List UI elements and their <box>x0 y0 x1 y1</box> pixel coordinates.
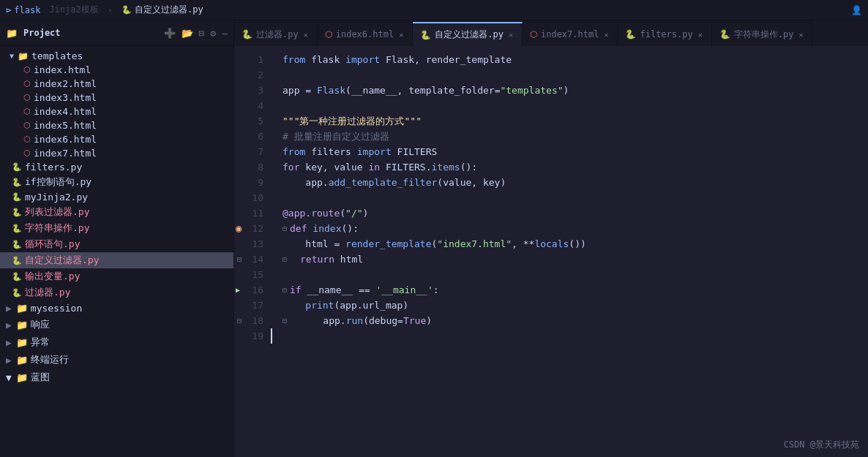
folder-exception[interactable]: ▶ 📁 异常 <box>0 333 233 351</box>
html-icon-5: ⬡ <box>23 121 31 130</box>
code-line-5: """第一种注册过滤器的方式""" <box>271 113 868 129</box>
fold-marker-12: ⊟ <box>283 221 287 236</box>
tab-close-index7[interactable]: ✕ <box>602 30 610 39</box>
arrow-blueprint: ▼ <box>6 372 12 383</box>
code-editor[interactable]: 1 2 3 4 5 6 7 8 9 10 11 ◉ 12 13 ⊟ 14 <box>234 46 868 457</box>
code-line-7: from filters import FILTERS <box>271 144 868 159</box>
tab-close-string[interactable]: ✕ <box>797 30 804 39</box>
arrow-mysession: ▶ <box>6 303 12 314</box>
line-num-2: 2 <box>234 67 271 83</box>
file-index3-html[interactable]: ⬡ index3.html <box>0 91 233 105</box>
line-num-5: 5 <box>234 113 271 129</box>
line-num-4: 4 <box>234 98 271 113</box>
tab-label-filters: filters.py <box>640 29 692 39</box>
tab-icon-custom: 🐍 <box>420 30 431 40</box>
file-filters-py[interactable]: 🐍 filters.py <box>0 160 233 174</box>
line-num-6: 6 <box>234 129 271 144</box>
titlebar-sep1: Jinja2模板 <box>49 4 98 16</box>
line-numbers: 1 2 3 4 5 6 7 8 9 10 11 ◉ 12 13 ⊟ 14 <box>234 46 271 457</box>
line-num-3: 3 <box>234 83 271 98</box>
tab-custom-filter[interactable]: 🐍 自定义过滤器.py ✕ <box>413 22 523 46</box>
arrow-terminal: ▶ <box>6 355 12 366</box>
file-myjinja2-py[interactable]: 🐍 myJinja2.py <box>0 190 233 204</box>
titlebar-brand: ⊳ ⊳flask flask <box>6 5 40 15</box>
settings-icon[interactable]: ⚙ <box>210 28 216 39</box>
file-index2-html[interactable]: ⬡ index2.html <box>0 77 233 91</box>
tab-label-string: 字符串操作.py <box>734 29 794 41</box>
code-line-17: print (app.url_map) <box>271 298 868 313</box>
folder-icon-blueprint: 📁 <box>16 372 28 383</box>
sidebar-header-label: Project <box>23 28 61 38</box>
sidebar: 📁 Project ➕ 📂 ⊟ ⚙ — ▼ 📁 templates ⬡ inde… <box>0 20 234 457</box>
file-custom-filter-py[interactable]: 🐍 自定义过滤器.py <box>0 252 233 268</box>
file-loop-py[interactable]: 🐍 循环语句.py <box>0 236 233 252</box>
line-num-10: 10 <box>234 190 271 205</box>
tab-index6[interactable]: ⬡ index6.html ✕ <box>318 22 414 46</box>
folder-icon-mysession: 📁 <box>16 303 28 314</box>
folder-icon-response: 📁 <box>16 320 28 331</box>
code-content: from flask import Flask, render_template… <box>271 46 868 457</box>
file-index6-html[interactable]: ⬡ index6.html <box>0 132 233 146</box>
folder-mysession[interactable]: ▶ 📁 mysession <box>0 301 233 316</box>
user-icon: 👤 <box>851 5 862 15</box>
editor-area: 🐍 过滤器.py ✕ ⬡ index6.html ✕ 🐍 自定义过滤器.py ✕… <box>234 20 868 457</box>
file-list-filter-py[interactable]: 🐍 列表过滤器.py <box>0 204 233 220</box>
line-num-18: ⊟ 18 <box>234 313 271 328</box>
folder-blueprint[interactable]: ▼ 📁 蓝图 <box>0 369 233 386</box>
tab-icon-index6: ⬡ <box>325 29 332 39</box>
line-num-14: ⊟ 14 <box>234 252 271 267</box>
main-area: 📁 Project ➕ 📂 ⊟ ⚙ — ▼ 📁 templates ⬡ inde… <box>0 20 868 457</box>
html-icon-6: ⬡ <box>23 135 31 144</box>
py-icon-output: 🐍 <box>12 272 22 282</box>
tab-icon-filters: 🐍 <box>625 29 636 39</box>
line-num-16: ▶ 16 <box>234 282 271 298</box>
tab-icon-string: 🐍 <box>719 29 730 39</box>
tab-icon-index7: ⬡ <box>530 29 537 39</box>
code-line-2 <box>271 67 868 83</box>
file-string-op-py[interactable]: 🐍 字符串操作.py <box>0 220 233 236</box>
file-index7-html[interactable]: ⬡ index7.html <box>0 146 233 160</box>
file-index4-html[interactable]: ⬡ index4.html <box>0 105 233 118</box>
line-num-15: 15 <box>234 267 271 282</box>
tab-close-filters[interactable]: ✕ <box>697 30 704 39</box>
tab-index7[interactable]: ⬡ index7.html ✕ <box>523 22 618 46</box>
code-line-14: ⊟ return html <box>271 252 868 267</box>
code-line-6: # 批量注册自定义过滤器 <box>271 129 868 144</box>
watermark: CSDN @景天科技苑 <box>784 439 859 451</box>
tab-close-custom[interactable]: ✕ <box>507 30 515 39</box>
code-line-3: app = Flask ( __name__ , template_folder… <box>271 83 868 98</box>
tab-close-index6[interactable]: ✕ <box>397 30 405 39</box>
templates-label: templates <box>31 50 83 61</box>
tab-guolv[interactable]: 🐍 过滤器.py ✕ <box>234 22 318 46</box>
line-num-13: 13 <box>234 236 271 252</box>
label-exception: 异常 <box>31 336 50 349</box>
collapse-icon[interactable]: ⊟ <box>199 28 205 39</box>
folder-terminal[interactable]: ▶ 📁 终端运行 <box>0 351 233 369</box>
add-file-icon[interactable]: ➕ <box>164 28 176 39</box>
code-line-13: html = render_template ( "index7.html" ,… <box>271 236 868 252</box>
brand-icon: ⊳ <box>6 5 11 15</box>
file-output-var-py[interactable]: 🐍 输出变量.py <box>0 268 233 284</box>
file-if-py[interactable]: 🐍 if控制语句.py <box>0 174 233 190</box>
file-index5-html[interactable]: ⬡ index5.html <box>0 118 233 132</box>
tab-filters[interactable]: 🐍 filters.py ✕ <box>618 22 711 46</box>
file-filter-py[interactable]: 🐍 过滤器.py <box>0 284 233 301</box>
file-index-html[interactable]: ⬡ index.html <box>0 63 233 77</box>
folder-icon-terminal: 📁 <box>16 355 28 366</box>
line-num-19: 19 <box>234 328 271 344</box>
add-folder-icon[interactable]: 📂 <box>182 28 193 39</box>
code-line-15 <box>271 267 868 282</box>
html-icon-3: ⬡ <box>23 93 31 102</box>
folder-templates[interactable]: ▼ 📁 templates <box>0 49 233 63</box>
tab-string-op[interactable]: 🐍 字符串操作.py ✕ <box>712 22 813 46</box>
code-line-12: ⊟ def index (): <box>271 221 868 236</box>
line-num-12: ◉ 12 <box>234 221 271 236</box>
py-icon-list: 🐍 <box>12 208 22 217</box>
fold-marker-18: ⊟ <box>283 313 287 328</box>
code-line-10 <box>271 190 868 205</box>
tab-close-guolv[interactable]: ✕ <box>302 30 310 39</box>
fold-icon-14: ⊟ <box>237 252 242 267</box>
minimize-icon[interactable]: — <box>222 28 228 39</box>
sidebar-header-icons: ➕ 📂 ⊟ ⚙ — <box>164 28 228 39</box>
folder-response[interactable]: ▶ 📁 响应 <box>0 316 233 333</box>
